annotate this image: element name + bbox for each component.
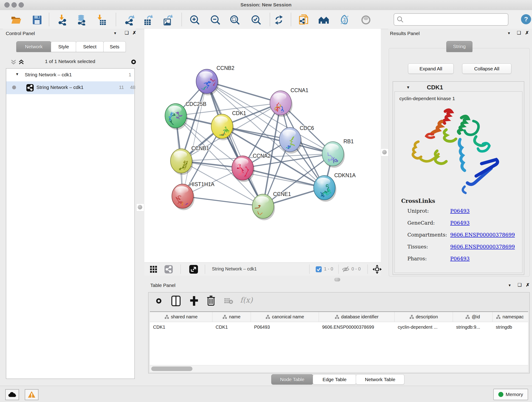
open-session-icon[interactable] xyxy=(11,14,22,26)
fit-content-crosshair-icon[interactable] xyxy=(372,264,382,274)
table-panel-close-icon[interactable]: ✗ xyxy=(526,282,530,288)
column-header[interactable]: canonical name xyxy=(251,312,319,322)
crosslink-uniprot-link[interactable]: P06493 xyxy=(450,208,470,214)
memory-button[interactable]: Memory xyxy=(493,389,528,400)
collection-expand-icon[interactable]: ▼ xyxy=(15,72,19,76)
expand-all-button[interactable]: Expand All xyxy=(408,64,454,74)
network-row-label: String Network – cdk1 xyxy=(36,85,83,90)
share-annotation-icon[interactable] xyxy=(298,14,310,26)
crosslink-genecard-link[interactable]: P06493 xyxy=(450,220,470,226)
toolbar-separator xyxy=(181,13,182,26)
add-column-icon[interactable] xyxy=(189,296,199,306)
home-pages-icon[interactable] xyxy=(318,14,329,26)
results-panel-close-icon[interactable]: ✗ xyxy=(525,30,529,36)
import-network-from-database-icon[interactable] xyxy=(76,14,87,26)
column-header[interactable]: @id xyxy=(453,312,493,322)
column-type-icon xyxy=(465,315,470,319)
table-gear-icon[interactable] xyxy=(154,297,163,305)
selected-checkbox-icon[interactable] xyxy=(316,266,322,272)
tab-select[interactable]: Select xyxy=(76,41,104,52)
crosslink-compartments-link[interactable]: 9606.ENSP00000378699 xyxy=(450,232,515,238)
export-image-icon[interactable] xyxy=(163,14,174,26)
export-network-icon[interactable] xyxy=(124,14,135,26)
search-input[interactable] xyxy=(406,15,505,24)
import-table-icon[interactable] xyxy=(95,14,106,26)
show-columns-icon[interactable] xyxy=(171,296,181,306)
bottom-splitter-handle[interactable] xyxy=(334,278,340,281)
column-header[interactable]: name xyxy=(212,312,251,322)
collection-label: String Network – cdk1 xyxy=(25,72,72,77)
network-view-mode-icon[interactable] xyxy=(165,265,173,274)
results-panel-float-icon[interactable]: ❑ xyxy=(517,30,521,36)
results-panel-menu-icon[interactable]: ▼ xyxy=(507,31,511,35)
hide-labels-icon[interactable] xyxy=(339,14,350,26)
control-panel: Control Panel ▼ ❑ ✗ Network Style Select… xyxy=(3,29,136,386)
gear-icon[interactable] xyxy=(130,58,138,66)
table-header-row: shared name name canonical name database… xyxy=(150,312,528,322)
left-splitter-handle[interactable] xyxy=(136,204,144,211)
zoom-in-icon[interactable] xyxy=(189,14,200,26)
crosslink-pharos-link[interactable]: P06493 xyxy=(450,256,470,262)
protein-structure-image xyxy=(407,107,504,197)
cloud-status-button[interactable] xyxy=(5,389,19,400)
tab-node-table[interactable]: Node Table xyxy=(271,374,313,385)
network-view-toolbar: String Network – cdk1 1 - 0 0 - 0 xyxy=(144,262,381,276)
right-splitter-handle[interactable] xyxy=(381,148,389,156)
hidden-eye-icon xyxy=(342,266,350,273)
tab-style[interactable]: Style xyxy=(51,41,76,52)
network-graph[interactable]: CCNB2CCNA1CDC25BCDK1CDC6RB1CCNB1CCNA2CDK… xyxy=(144,29,381,262)
column-type-icon xyxy=(165,315,169,319)
control-panel-float-icon[interactable]: ❑ xyxy=(125,30,129,36)
node-label: CCNE1 xyxy=(273,191,291,197)
zoom-selected-icon[interactable] xyxy=(251,14,262,26)
refresh-icon[interactable] xyxy=(273,14,284,26)
warning-status-button[interactable] xyxy=(25,389,38,400)
column-type-icon xyxy=(222,315,227,319)
table-panel-menu-icon[interactable]: ▼ xyxy=(508,283,511,287)
export-table-icon[interactable] xyxy=(143,14,154,26)
birds-eye-view-icon[interactable] xyxy=(189,265,198,274)
delete-column-icon[interactable] xyxy=(207,295,215,306)
cloud-icon xyxy=(8,391,16,397)
tab-edge-table[interactable]: Edge Table xyxy=(313,374,356,385)
network-list-header: 1 of 1 Network selected xyxy=(6,56,134,68)
network-row-selected[interactable]: String Network – cdk1 11 48 xyxy=(6,81,134,94)
tab-network-table[interactable]: Network Table xyxy=(356,374,404,385)
table-horizontal-scrollbar[interactable] xyxy=(150,365,528,372)
save-session-icon[interactable] xyxy=(32,14,43,26)
control-panel-close-icon[interactable]: ✗ xyxy=(133,30,136,36)
table-panel-title: Table Panel xyxy=(150,283,176,288)
collection-count: 1 xyxy=(121,72,131,77)
column-header[interactable]: namespac xyxy=(493,312,527,322)
grid-view-icon[interactable] xyxy=(150,266,157,273)
network-view-title: String Network – cdk1 xyxy=(212,266,257,272)
crosslink-tissues-link[interactable]: 9606.ENSP00000378699 xyxy=(450,244,515,249)
column-type-icon xyxy=(409,315,414,319)
import-network-icon[interactable] xyxy=(57,14,68,26)
column-header[interactable]: shared name xyxy=(150,312,212,322)
show-graphics-icon[interactable] xyxy=(360,14,371,26)
delete-table-icon xyxy=(224,298,233,304)
node-label: HIST1H1A xyxy=(189,181,215,187)
netbar-separator xyxy=(338,264,339,274)
node-label: CDKN1A xyxy=(334,172,356,178)
tab-sets[interactable]: Sets xyxy=(103,41,126,52)
column-header[interactable]: description xyxy=(394,312,453,322)
zoom-out-icon[interactable] xyxy=(210,14,221,26)
help-button[interactable]: ? xyxy=(521,14,531,24)
table-panel-float-icon[interactable]: ❑ xyxy=(518,282,522,288)
zoom-fit-icon[interactable] xyxy=(229,14,240,26)
network-edge-count: 48 xyxy=(125,85,135,90)
network-collection-row[interactable]: ▼ String Network – cdk1 1 xyxy=(6,70,134,81)
control-panel-menu-icon[interactable]: ▼ xyxy=(114,31,117,35)
tab-string[interactable]: String xyxy=(446,41,472,52)
node-label: CDK1 xyxy=(232,110,246,116)
cdk1-collapse-icon[interactable]: ▼ xyxy=(406,85,410,90)
column-header[interactable]: database identifier xyxy=(319,312,394,322)
toolbar-separator xyxy=(116,13,116,26)
collapse-all-button[interactable]: Collapse All xyxy=(462,64,511,74)
table-row[interactable]: CDK1 CDK1 P06493 9606.ENSP00000378699 cy… xyxy=(150,322,528,332)
crosslink-label: Tissues: xyxy=(407,244,428,249)
tab-network[interactable]: Network xyxy=(16,41,51,52)
scrollbar-thumb[interactable] xyxy=(151,366,192,371)
